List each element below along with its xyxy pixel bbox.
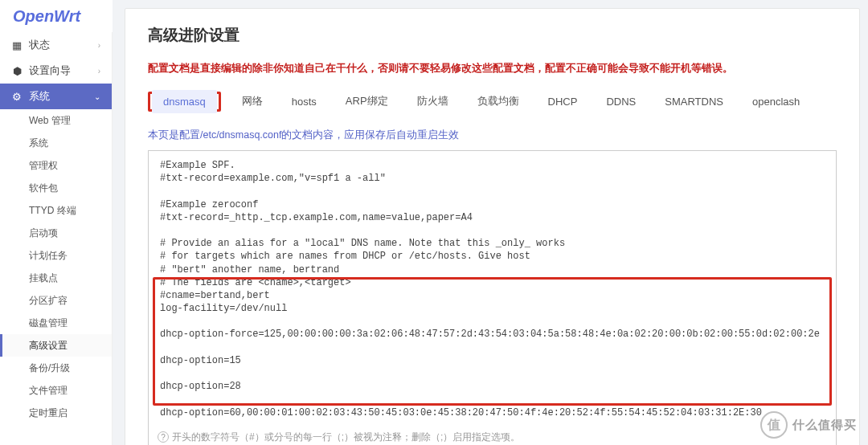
sub-mounts[interactable]: 挂载点	[0, 267, 112, 289]
config-hint: ? 开头的数字符号（#）或分号的每一行（;）被视为注释；删除（;）启用指定选项。	[158, 431, 520, 444]
sub-packages[interactable]: 软件包	[0, 177, 112, 199]
tab-dhcp[interactable]: DHCP	[537, 90, 589, 113]
grid-icon: ▦	[11, 39, 23, 51]
page-title: 高级进阶设置	[148, 25, 837, 46]
tab-highlight-box: dnsmasq	[148, 92, 221, 112]
sub-admin-priv[interactable]: 管理权	[0, 154, 112, 177]
warning-text: 配置文档是直接编辑的除非你知道自己在干什么，否则请不要轻易修改这些配置文档，配置…	[148, 62, 837, 76]
main-panel: 高级进阶设置 配置文档是直接编辑的除非你知道自己在干什么，否则请不要轻易修改这些…	[125, 8, 860, 445]
brand-logo: OpenWrt	[13, 7, 80, 26]
tab-ddns[interactable]: DDNS	[595, 90, 647, 113]
sub-system[interactable]: 系统	[0, 132, 112, 154]
tab-arp[interactable]: ARP绑定	[334, 88, 399, 114]
tab-dnsmasq[interactable]: dnsmasq	[152, 90, 217, 113]
sub-ttyd[interactable]: TTYD 终端	[0, 199, 112, 222]
config-textarea[interactable]: #Example SPF. #txt-record=example.com,"v…	[148, 150, 837, 445]
brand-header: OpenWrt	[0, 0, 113, 32]
help-icon: ?	[158, 431, 169, 443]
watermark-badge: 值	[760, 411, 788, 439]
sub-diskman[interactable]: 磁盘管理	[0, 312, 112, 334]
sub-startup[interactable]: 启动项	[0, 222, 112, 244]
tab-bar: dnsmasq 网络 hosts ARP绑定 防火墙 负载均衡 DHCP DDN…	[148, 88, 837, 114]
sub-extra[interactable]	[0, 424, 112, 445]
tab-smartdns[interactable]: SMARTDNS	[653, 90, 735, 113]
sidebar: ▦状态 › ⬢设置向导 › ⚙系统 ⌄ Web 管理 系统 管理权 软件包 TT…	[0, 32, 113, 445]
sub-advanced[interactable]: 高级设置	[0, 334, 112, 357]
sub-cron[interactable]: 计划任务	[0, 244, 112, 267]
tab-openclash[interactable]: openclash	[741, 90, 811, 113]
cube-icon: ⬢	[11, 65, 23, 76]
sub-partition[interactable]: 分区扩容	[0, 289, 112, 312]
tab-hosts[interactable]: hosts	[280, 90, 328, 113]
nav-wizard[interactable]: ⬢设置向导 ›	[0, 58, 112, 84]
watermark: 值 什么值得买	[760, 411, 857, 439]
tab-network[interactable]: 网络	[231, 88, 274, 114]
chevron-down-icon: ⌄	[94, 92, 100, 101]
tab-description: 本页是配置/etc/dnsmasq.conf的文档内容，应用保存后自动重启生效	[148, 129, 837, 142]
watermark-text: 什么值得买	[792, 418, 857, 433]
gear-icon: ⚙	[11, 91, 23, 102]
nav-status[interactable]: ▦状态 ›	[0, 32, 112, 58]
tab-firewall[interactable]: 防火墙	[406, 88, 460, 114]
sub-web-admin[interactable]: Web 管理	[0, 109, 112, 132]
sub-reboot[interactable]: 定时重启	[0, 402, 112, 424]
chevron-right-icon: ›	[98, 67, 100, 76]
sub-fileman[interactable]: 文件管理	[0, 379, 112, 402]
tab-loadbal[interactable]: 负载均衡	[466, 88, 530, 114]
chevron-right-icon: ›	[98, 41, 100, 50]
sub-backup[interactable]: 备份/升级	[0, 357, 112, 379]
nav-system[interactable]: ⚙系统 ⌄	[0, 84, 112, 109]
